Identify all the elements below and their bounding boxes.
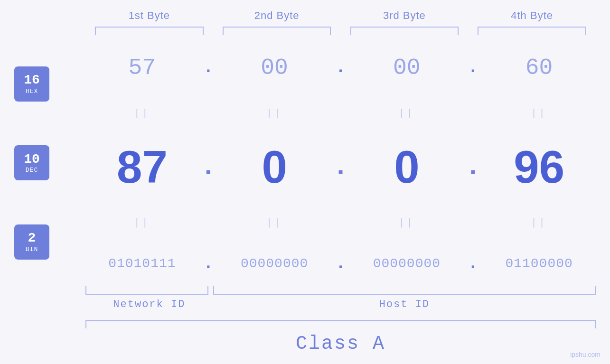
bin-byte4-cell: 01100000 (482, 256, 596, 271)
dec-badge-label: DEC (26, 167, 38, 174)
dec-byte2: 0 (262, 141, 287, 192)
hex-byte1-cell: 57 (85, 55, 199, 81)
badges-column: 16 HEX 10 DEC 2 BIN (14, 40, 85, 286)
dec-byte4-cell: 96 (482, 144, 596, 190)
bin-badge-label: BIN (26, 246, 38, 253)
hex-byte4-cell: 60 (482, 55, 596, 81)
dec-byte1: 87 (117, 141, 168, 192)
bin-byte2: 00000000 (241, 256, 308, 271)
bin-byte4: 01100000 (505, 256, 572, 271)
eq2-b4: || (482, 216, 596, 228)
dec-dot2: . (331, 152, 350, 182)
hex-byte1: 57 (129, 55, 156, 81)
bracket-top-2 (223, 27, 331, 35)
equals-separator-2: || || || || (85, 216, 596, 228)
byte2-header: 2nd Byte (213, 9, 341, 22)
bin-byte2-cell: 00000000 (218, 256, 331, 271)
hex-row: 57 . 00 . 00 . 60 (85, 55, 596, 81)
hex-dot2: . (331, 58, 350, 77)
eq2-b3: || (350, 216, 464, 228)
hex-badge: 16 HEX (14, 66, 49, 102)
bottom-section: Network ID Host ID Class A (85, 286, 596, 355)
hex-byte2-cell: 00 (218, 55, 331, 81)
eq1-b3: || (350, 107, 464, 118)
eq1-b1: || (85, 107, 199, 118)
bracket-top-4 (478, 27, 586, 35)
hex-byte2: 00 (261, 55, 288, 81)
top-bracket-3 (341, 27, 469, 35)
bin-byte3-cell: 00000000 (350, 256, 464, 271)
bin-badge-number: 2 (28, 231, 36, 246)
class-bar-line (85, 320, 596, 328)
bracket-top-3 (350, 27, 459, 35)
hex-byte4: 60 (526, 55, 553, 81)
byte-headers-row: 1st Byte 2nd Byte 3rd Byte 4th Byte (85, 9, 596, 22)
dec-badge: 10 DEC (14, 145, 49, 180)
hex-byte3-cell: 00 (350, 55, 464, 81)
bin-byte1: 01010111 (108, 256, 176, 271)
dec-row: 87 . 0 . 0 . 96 (85, 144, 596, 190)
byte3-header: 3rd Byte (341, 9, 469, 22)
equals-separator-1: || || || || (85, 107, 596, 118)
dec-dot3: . (463, 152, 482, 182)
bracket-top-1 (95, 27, 203, 35)
hex-dot3: . (463, 58, 482, 77)
hex-dot1: . (199, 58, 218, 77)
watermark: ipshu.com (570, 351, 601, 358)
dec-badge-number: 10 (24, 152, 40, 167)
bin-dot2: . (331, 254, 350, 273)
bracket-bottom-network (85, 286, 208, 295)
eq2-b2: || (218, 216, 331, 228)
main-content: 16 HEX 10 DEC 2 BIN 57 . 00 (14, 40, 596, 286)
host-id-label: Host ID (213, 299, 596, 310)
bin-dot1: . (199, 254, 218, 273)
network-id-label: Network ID (85, 299, 213, 310)
dec-byte1-cell: 87 (85, 144, 199, 190)
top-bracket-2 (213, 27, 341, 35)
top-bracket-1 (85, 27, 213, 35)
dec-byte3: 0 (394, 141, 419, 192)
dec-byte2-cell: 0 (218, 144, 331, 190)
id-labels-row: Network ID Host ID (85, 299, 596, 310)
eq2-b1: || (85, 216, 199, 228)
top-bracket-4 (468, 27, 596, 35)
top-brackets (85, 27, 596, 35)
dec-dot1: . (199, 152, 218, 182)
hex-badge-number: 16 (24, 73, 40, 88)
byte1-header: 1st Byte (85, 9, 213, 22)
hex-byte3: 00 (393, 55, 421, 81)
bottom-brackets (85, 286, 596, 295)
bin-row: 01010111 . 00000000 . 00000000 . 0110000… (85, 254, 596, 273)
bin-badge: 2 BIN (14, 224, 49, 260)
dec-byte3-cell: 0 (350, 144, 464, 190)
class-label: Class A (85, 333, 596, 355)
bin-byte3: 00000000 (373, 256, 441, 271)
hex-badge-label: HEX (26, 88, 38, 95)
bin-dot3: . (463, 254, 482, 273)
rows-area: 57 . 00 . 00 . 60 || || (85, 40, 596, 286)
bracket-bottom-host (213, 286, 596, 295)
eq1-b4: || (482, 107, 596, 118)
dec-byte4: 96 (514, 141, 564, 192)
class-bar-wrapper (85, 320, 596, 328)
byte4-header: 4th Byte (468, 9, 596, 22)
eq1-b2: || (218, 107, 331, 118)
bin-byte1-cell: 01010111 (85, 256, 199, 271)
